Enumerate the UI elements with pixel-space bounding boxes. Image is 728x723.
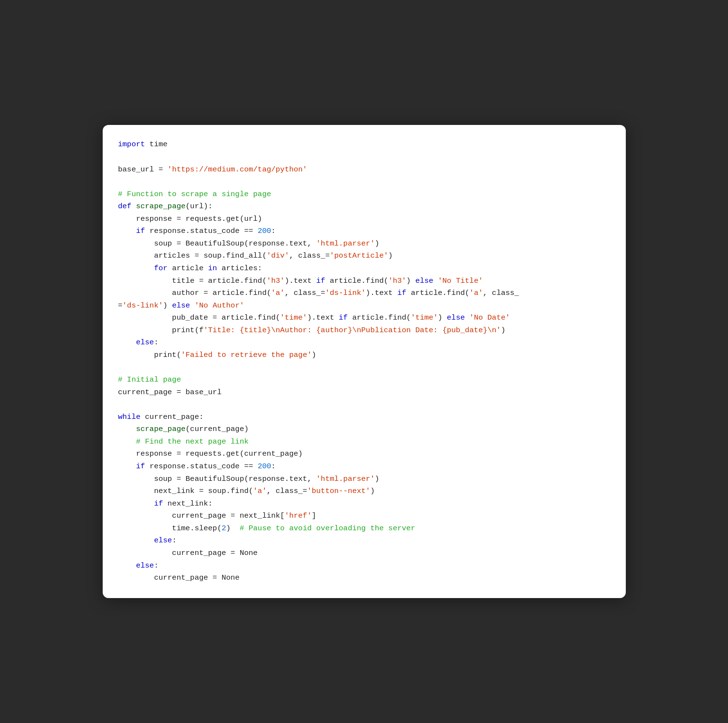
token-plain: [118, 499, 154, 508]
token-plain: [118, 536, 154, 545]
token-kw: else: [415, 277, 433, 285]
token-plain: , class_: [483, 289, 519, 297]
token-kw: else: [154, 536, 172, 545]
token-kw: if: [136, 462, 145, 471]
token-kw: while: [118, 413, 141, 421]
token-str: 'ds-link': [123, 301, 163, 310]
token-plain: [118, 227, 136, 235]
token-kw: if: [136, 227, 145, 235]
token-plain: , class_=: [289, 251, 330, 260]
token-plain: [118, 462, 136, 471]
token-plain: print(f: [118, 326, 204, 335]
token-plain: articles:: [217, 264, 262, 273]
token-plain: author = article.find(: [118, 289, 271, 297]
token-plain: :: [271, 227, 276, 235]
token-plain: [118, 338, 136, 347]
token-cmt: # Function to scrape a single page: [118, 190, 271, 199]
token-str: 'No Date': [469, 313, 510, 322]
token-plain: articles = soup.find_all(: [118, 251, 267, 260]
token-plain: soup = BeautifulSoup(response.text,: [118, 475, 316, 483]
token-plain: , class_=: [266, 487, 307, 495]
token-plain: ): [375, 239, 379, 248]
token-kw: if: [397, 289, 406, 297]
token-str: 'a': [469, 289, 483, 297]
token-plain: :: [172, 536, 176, 545]
token-plain: ): [388, 251, 393, 260]
token-str: 'div': [266, 251, 289, 260]
token-plain: time.sleep(: [118, 524, 222, 533]
token-str: 'ds-link': [325, 289, 366, 297]
token-str: 'time': [411, 313, 438, 322]
token-plain: ): [406, 277, 416, 285]
token-str: 'postArticle': [330, 251, 388, 260]
token-plain: [131, 202, 136, 211]
token-plain: ): [370, 487, 374, 495]
token-plain: soup = BeautifulSoup(response.text,: [118, 239, 316, 248]
token-cmt: # Pause to avoid overloading the server: [235, 524, 415, 533]
token-fn: scrape_page: [136, 425, 186, 433]
token-plain: (current_page): [186, 425, 248, 433]
token-str: 'a': [253, 487, 267, 495]
token-plain: ]: [311, 511, 316, 520]
token-plain: current_page = base_url: [118, 388, 222, 397]
token-str: 'html.parser': [316, 475, 375, 483]
token-kw: else: [136, 561, 154, 570]
token-plain: =: [118, 301, 123, 310]
token-plain: ): [501, 326, 505, 335]
token-plain: [465, 313, 469, 322]
code-block: import time base_url = 'https://medium.c…: [118, 138, 610, 584]
token-plain: (url):: [186, 202, 213, 211]
token-str: 'No Author': [195, 301, 244, 310]
token-plain: response.status_code ==: [145, 227, 258, 235]
token-plain: ).text: [307, 313, 339, 322]
token-num: 200: [258, 227, 271, 235]
token-plain: current_page = next_link[: [118, 511, 285, 520]
token-str: 'Failed to retrieve the page': [181, 351, 312, 359]
token-kw: else: [172, 301, 190, 310]
token-plain: [190, 301, 194, 310]
token-plain: next_link:: [163, 499, 213, 508]
token-plain: current_page:: [140, 413, 203, 421]
token-plain: ): [163, 301, 172, 310]
token-str: 'No Title': [438, 277, 483, 285]
token-plain: response = requests.get(url): [118, 215, 263, 223]
token-kw: else: [136, 338, 154, 347]
token-str: 'a': [271, 289, 285, 297]
token-str: 'Title: {title}\nAuthor: {author}\nPubli…: [203, 326, 501, 335]
token-plain: base_url =: [118, 165, 168, 174]
token-plain: :: [154, 561, 158, 570]
token-str: 'button--next': [307, 487, 370, 495]
token-plain: print(: [118, 351, 181, 359]
token-str: 'href': [285, 511, 312, 520]
token-str: 'time': [280, 313, 307, 322]
token-fn: scrape_page: [136, 202, 186, 211]
token-plain: ): [226, 524, 235, 533]
token-plain: [118, 425, 136, 433]
token-num: 2: [221, 524, 226, 533]
token-kw: else: [447, 313, 465, 322]
token-plain: current_page = None: [118, 549, 258, 557]
token-plain: response.status_code ==: [145, 462, 258, 471]
token-plain: ): [375, 475, 379, 483]
token-plain: ): [438, 313, 447, 322]
token-kw: import: [118, 140, 145, 149]
token-num: 200: [258, 462, 271, 471]
token-kw: if: [339, 313, 348, 322]
code-window: import time base_url = 'https://medium.c…: [103, 125, 626, 598]
token-plain: ): [311, 351, 316, 359]
token-plain: article.find(: [348, 313, 411, 322]
token-plain: time: [145, 140, 168, 149]
token-plain: [118, 264, 154, 273]
token-plain: [434, 277, 438, 285]
token-plain: next_link = soup.find(: [118, 487, 253, 495]
token-cmt: # Find the next page link: [136, 437, 249, 446]
token-plain: ).text: [285, 277, 316, 285]
token-str: 'html.parser': [316, 239, 375, 248]
token-kw: for: [154, 264, 168, 273]
token-plain: article.find(: [406, 289, 469, 297]
token-plain: article.find(: [325, 277, 388, 285]
token-cmt: # Initial page: [118, 375, 181, 384]
token-kw: if: [316, 277, 325, 285]
token-plain: response = requests.get(current_page): [118, 449, 303, 458]
token-str: 'h3': [388, 277, 406, 285]
